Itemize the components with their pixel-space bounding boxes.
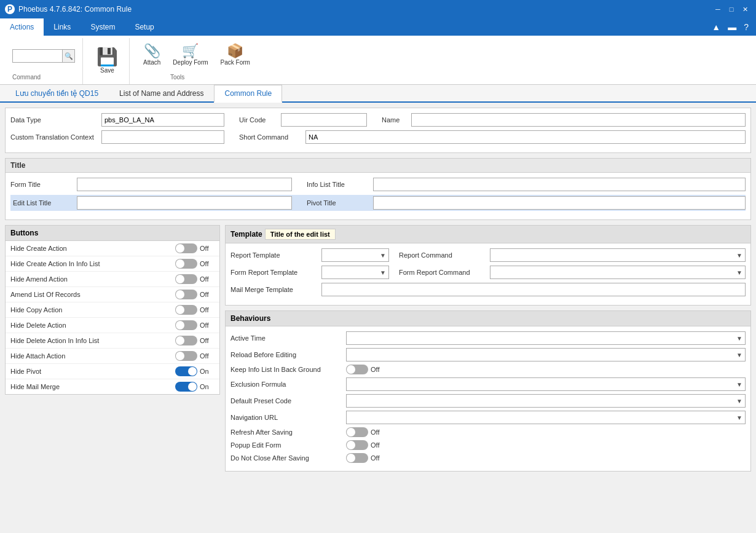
custom-translation-input[interactable] [101,130,224,144]
pack-form-button[interactable]: 📦 Pack Form [217,43,254,67]
edit-list-title-row: Edit List Title Pivot Title [10,195,746,211]
report-template-dropdown[interactable]: ▼ [321,248,389,262]
form-title-label: Form Title [10,181,72,188]
maximize-button[interactable]: □ [725,3,738,15]
hide-amend-action-state: Off [200,275,215,283]
close-button[interactable]: ✕ [739,3,751,15]
menu-system[interactable]: System [81,18,125,36]
main-content: Data Type Uir Code Name Custom Translati… [0,103,756,531]
do-not-close-state: Off [371,454,385,462]
popup-edit-form-label: Popup Edit Form [230,441,341,449]
menu-up-arrow[interactable]: ▲ [709,22,723,32]
search-button[interactable]: 🔍 [62,50,74,62]
deploy-form-button[interactable]: 🛒 Deploy Form [169,43,211,67]
save-button[interactable]: 💾 Save [93,47,122,75]
refresh-after-saving-row: Refresh After Saving Off [230,427,746,437]
hide-create-action-toggle[interactable]: Off [175,243,215,253]
hide-create-action-info-row: Hide Create Action In Info List Off [6,256,219,272]
hide-pivot-toggle[interactable]: On [175,366,215,376]
uir-code-input[interactable] [281,113,367,127]
hide-delete-info-track[interactable] [175,336,197,345]
do-not-close-track[interactable] [346,453,368,463]
do-not-close-row: Do Not Close After Saving Off [230,453,746,463]
edit-list-title-input[interactable] [77,196,292,210]
hide-attach-track[interactable] [175,351,197,361]
form-report-template-dropdown[interactable]: ▼ [321,266,389,279]
refresh-after-saving-toggle[interactable]: Off [346,427,385,437]
short-command-input[interactable] [305,130,746,144]
hide-attach-toggle[interactable]: Off [175,351,215,361]
amend-list-track[interactable] [175,290,197,299]
custom-translation-label: Custom Translation Context [10,133,96,141]
main-two-col: Buttons Hide Create Action Off Hide Crea… [5,225,751,531]
data-type-input[interactable] [101,113,224,127]
hide-copy-track[interactable] [175,305,197,315]
hide-mail-merge-track[interactable] [175,382,197,392]
hide-amend-action-toggle[interactable]: Off [175,274,215,284]
do-not-close-toggle[interactable]: Off [346,453,385,463]
pack-form-icon: 📦 [227,44,243,58]
hide-amend-action-track[interactable] [175,274,197,284]
menu-setup[interactable]: Setup [125,18,163,36]
tab-common-rule[interactable]: Common Rule [214,85,282,103]
form-title-input[interactable] [77,178,292,191]
behaviours-content: Active Time ▼ Reload Before Editing ▼ [226,326,750,471]
hide-delete-track[interactable] [175,320,197,330]
search-input[interactable] [13,52,62,60]
keep-info-list-toggle[interactable]: Off [346,365,385,374]
hide-mail-merge-state: On [200,383,215,390]
name-input[interactable] [411,113,746,127]
amend-list-row: Amend List Of Records Off [6,287,219,302]
report-command-dropdown[interactable]: ▼ [490,248,746,262]
form-report-command-label: Form Report Command [399,269,485,276]
menu-links[interactable]: Links [44,18,81,36]
menu-help[interactable]: ? [741,22,751,32]
form-report-command-dropdown[interactable]: ▼ [490,266,746,279]
hide-copy-toggle[interactable]: Off [175,305,215,315]
menu-actions[interactable]: Actions [0,18,44,36]
hide-copy-label: Hide Copy Action [10,306,170,314]
keep-info-list-track[interactable] [346,365,368,374]
save-label: Save [100,67,114,74]
hide-mail-merge-row: Hide Mail Merge On [6,379,219,394]
hide-mail-merge-toggle[interactable]: On [175,382,215,392]
info-list-title-input[interactable] [373,178,746,191]
tab-luu-chuyen[interactable]: Lưu chuyển tiền tệ QD15 [5,85,109,103]
navigation-url-dropdown[interactable]: ▼ [346,411,746,424]
hide-create-action-track[interactable] [175,243,197,253]
amend-list-toggle[interactable]: Off [175,290,215,299]
hide-create-action-info-track[interactable] [175,259,197,269]
hide-create-action-state: Off [200,245,215,252]
hide-delete-state: Off [200,322,215,329]
refresh-after-saving-track[interactable] [346,427,368,437]
hide-delete-row: Hide Delete Action Off [6,318,219,333]
minimize-button[interactable]: ─ [712,3,724,15]
refresh-after-saving-state: Off [371,428,385,436]
save-icon: 💾 [96,49,118,66]
exclusion-formula-dropdown[interactable]: ▼ [346,377,746,391]
title-bar-title: Phoebus 4.7.6.842: Common Rule [18,5,132,14]
hide-pivot-track[interactable] [175,366,197,376]
hide-delete-info-toggle[interactable]: Off [175,336,215,345]
active-time-dropdown[interactable]: ▼ [346,331,746,345]
hide-create-action-info-toggle[interactable]: Off [175,259,215,269]
keep-info-list-label: Keep Info List In Back Ground [230,366,341,373]
ribbon-search-box[interactable]: 🔍 [12,49,75,63]
default-preset-code-label: Default Preset Code [230,397,341,405]
hide-create-action-row: Hide Create Action Off [6,241,219,256]
right-col: Template Title of the edit list Report T… [225,225,751,531]
mail-merge-template-input[interactable] [321,283,746,296]
title-bar: P Phoebus 4.7.6.842: Common Rule ─ □ ✕ [0,0,756,18]
hide-delete-toggle[interactable]: Off [175,320,215,330]
tab-list-name-address[interactable]: List of Name and Address [109,85,214,103]
popup-edit-form-toggle[interactable]: Off [346,440,385,450]
popup-edit-form-track[interactable] [346,440,368,450]
menu-minimized[interactable]: ▬ [725,22,739,32]
reload-before-editing-dropdown[interactable]: ▼ [346,348,746,361]
tools-group: 📎 Attach 🛒 Deploy Form 📦 Pack Form [140,41,254,74]
default-preset-code-dropdown[interactable]: ▼ [346,394,746,408]
reload-before-editing-arrow: ▼ [736,352,742,358]
mail-merge-template-label: Mail Merge Template [230,286,317,293]
pivot-title-input[interactable] [373,196,746,210]
attach-button[interactable]: 📎 Attach [140,43,164,67]
